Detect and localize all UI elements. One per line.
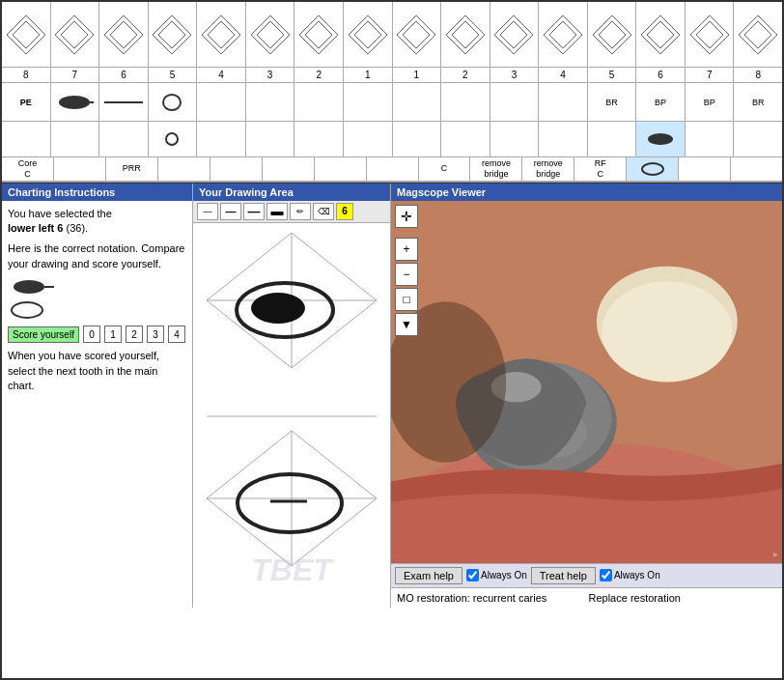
notation-3[interactable] [246, 83, 295, 121]
notation-4r[interactable] [539, 83, 588, 121]
notation-pe[interactable]: PE [2, 83, 51, 121]
num-2r: 2 [441, 68, 490, 82]
num-7r: 7 [686, 68, 735, 82]
notation2-1 [344, 122, 393, 156]
notation2-6r[interactable] [636, 122, 686, 156]
notation-1[interactable] [344, 83, 393, 121]
label-empty4 [210, 157, 263, 181]
notation2-2 [294, 122, 344, 156]
svg-point-38 [642, 163, 663, 175]
label-empty7 [54, 157, 106, 181]
tooth-cell-u7r[interactable] [686, 2, 735, 67]
notation2-3 [246, 122, 295, 156]
notation2-7r [686, 122, 735, 156]
num-3: 3 [246, 68, 295, 82]
charting-text2: Here is the correct notation. Compare yo… [8, 241, 186, 271]
num-2: 2 [294, 68, 344, 82]
score-btn-2[interactable]: 2 [126, 326, 143, 343]
tooth-cell-u2[interactable] [294, 2, 344, 67]
notation-bp1: BP [636, 83, 686, 121]
notation-2[interactable] [294, 83, 344, 121]
score-btn-1[interactable]: 1 [104, 326, 122, 343]
tooth-cell-u5[interactable] [149, 2, 198, 67]
tooth-cell-u5r[interactable] [588, 2, 637, 67]
nav-zoom-in[interactable]: + [395, 238, 418, 261]
tooth-cell-u7[interactable] [51, 2, 100, 67]
svg-point-56 [602, 281, 732, 382]
notation-example [8, 277, 186, 320]
notation-filled-oval-example [8, 277, 56, 297]
nav-fit[interactable]: □ [395, 288, 418, 311]
score-btn-3[interactable]: 3 [147, 326, 164, 343]
tooth-cell-u1r[interactable] [393, 2, 442, 67]
tool-thick-line[interactable]: — [243, 203, 265, 220]
nav-move-btn[interactable]: ✛ [395, 205, 418, 228]
num-3r: 3 [490, 68, 540, 82]
notation2-2r [441, 122, 490, 156]
label-remove-bridge2: removebridge [522, 157, 574, 181]
drawing-canvas-svg [193, 223, 390, 600]
treat-always-on-label: Always On [600, 569, 660, 581]
notation-7[interactable] [51, 83, 100, 121]
notation-2r[interactable] [441, 83, 490, 121]
tool-thin-line[interactable]: — [197, 203, 218, 220]
num-5r: 5 [588, 68, 637, 82]
nav-zoom-out[interactable]: − [395, 263, 418, 286]
tooth-cell-u4r[interactable] [539, 2, 588, 67]
tooth-cell-u4[interactable] [197, 2, 246, 67]
notation-6[interactable] [99, 83, 149, 121]
drawing-toolbar: — — — ▬ ✏ ⌫ 6 [193, 201, 390, 223]
score-section: Score yourself 0 1 2 3 4 [8, 326, 186, 343]
score-btn-0[interactable]: 0 [83, 326, 100, 343]
exam-info: MO restoration: recurrent caries [397, 592, 585, 604]
score-label: Score yourself [8, 326, 79, 343]
exam-help-btn[interactable]: Exam help [395, 567, 462, 584]
tool-pencil[interactable]: ✏ [290, 203, 311, 220]
label-prr: PRR [106, 157, 158, 181]
label-empty5 [158, 157, 210, 181]
label-oval [627, 157, 679, 181]
upper-tooth-row [2, 2, 782, 68]
magscope-panel: Magscope Viewer [391, 184, 782, 608]
tooth-cell-u1[interactable] [344, 2, 393, 67]
exam-always-on-label: Always On [466, 569, 527, 581]
num-1r: 1 [393, 68, 442, 82]
notation-1r[interactable] [393, 83, 442, 121]
treat-help-btn[interactable]: Treat help [531, 567, 596, 584]
tooth-cell-u8r[interactable] [734, 2, 782, 67]
tool-medium-line[interactable]: — [220, 203, 241, 220]
tooth-cell-u3r[interactable] [490, 2, 540, 67]
drawing-canvas[interactable]: TBET [193, 223, 390, 608]
tooth-cell-u2r[interactable] [441, 2, 490, 67]
tooth-cell-u3[interactable] [246, 2, 295, 67]
score-btn-4[interactable]: 4 [168, 326, 185, 343]
magscope-viewer: ✛ + − □ ▼ ▸ [391, 201, 782, 563]
treat-always-on-checkbox[interactable] [600, 569, 612, 581]
tool-thick-block[interactable]: ▬ [266, 203, 288, 220]
label-empty2 [315, 157, 367, 181]
notation-4[interactable] [197, 83, 246, 121]
notation2-pe [2, 122, 51, 156]
notation2-5 [149, 122, 198, 156]
notation2-5r [588, 122, 637, 156]
tool-number: 6 [336, 203, 353, 220]
notation2-3r [490, 122, 540, 156]
tool-eraser[interactable]: ⌫ [313, 203, 334, 220]
notation2-7 [51, 122, 100, 156]
treat-always-on-text: Always On [614, 570, 660, 581]
nav-down[interactable]: ▼ [395, 313, 418, 336]
notation-row2 [2, 122, 782, 157]
num-4: 4 [197, 68, 246, 82]
tooth-cell-u6r[interactable] [636, 2, 686, 67]
tooth-cell-u8[interactable] [2, 2, 51, 67]
notation-5[interactable] [149, 83, 198, 121]
notation2-8r [734, 122, 782, 156]
label-c: C [419, 157, 471, 181]
tooth-number: (36). [67, 222, 89, 234]
tooth-cell-u6[interactable] [99, 2, 149, 67]
notation-3r[interactable] [490, 83, 540, 121]
svg-point-36 [166, 133, 178, 145]
exam-always-on-text: Always On [481, 570, 527, 581]
exam-always-on-checkbox[interactable] [466, 569, 479, 581]
notation2-1r [393, 122, 442, 156]
